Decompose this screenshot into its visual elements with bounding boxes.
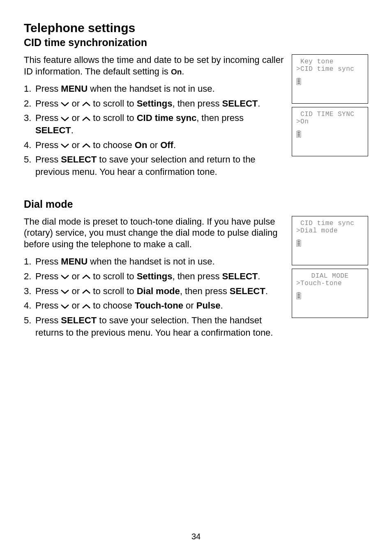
section2-intro: The dial mode is preset to touch-tone di… [24, 216, 284, 250]
lcd-line: CID time sync [296, 220, 364, 227]
lcd-line: >Dial mode [296, 227, 364, 234]
battery-icon [296, 292, 301, 301]
intro-strong: On [171, 67, 182, 76]
step-text: Press [35, 154, 61, 165]
svg-rect-8 [297, 134, 300, 135]
step: Press MENU when the handset is not in us… [24, 83, 284, 95]
step-keyword: Pulse [196, 300, 221, 311]
step-text: or [147, 140, 160, 150]
step-text: Press [35, 256, 61, 267]
page-title: Telephone settings [24, 21, 368, 35]
step-text: when the handset is not in use. [88, 256, 214, 267]
step-text: . [258, 98, 260, 109]
lcd-line: CID TIME SYNC [296, 111, 364, 118]
svg-rect-14 [297, 244, 300, 246]
svg-rect-17 [297, 294, 300, 295]
down-arrow-icon [61, 274, 69, 279]
step-keyword: MENU [61, 256, 88, 267]
down-arrow-icon [61, 143, 69, 148]
lcd-screen: CID TIME SYNC >On [292, 107, 368, 156]
step-text: . [173, 140, 176, 150]
section1-intro: This feature allows the time and date to… [24, 54, 284, 77]
lcd-screen: CID time sync >Dial mode [292, 216, 368, 265]
step-text: . [220, 300, 223, 311]
section1-screens: Key tone >CID time sync CID TIME SYNC >O… [292, 54, 368, 160]
step-text: , then press [172, 271, 222, 281]
step-text: to choose [90, 140, 135, 150]
battery-icon [296, 78, 301, 87]
up-arrow-icon [82, 102, 90, 107]
step: Press MENU when the handset is not in us… [24, 255, 284, 268]
down-arrow-icon [61, 102, 69, 107]
step-text: , then press [172, 98, 222, 109]
step-text: or [69, 140, 82, 150]
section-heading-cid: CID time synchronization [24, 36, 368, 49]
step: Press or to scroll to Dial mode, then pr… [24, 285, 284, 297]
step-text: Press [35, 315, 61, 325]
step-text: Press [35, 84, 61, 94]
step: Press SELECT to save your selection and … [24, 153, 284, 178]
step-text: Press [35, 113, 61, 123]
svg-rect-7 [297, 132, 300, 133]
up-arrow-icon [82, 116, 90, 121]
lcd-line: Key tone [296, 58, 364, 65]
step-text: to scroll to [90, 286, 136, 296]
step-keyword: CID time sync [137, 113, 197, 123]
step-text: or [69, 113, 82, 123]
svg-rect-2 [297, 79, 300, 81]
step-text: or [69, 300, 82, 311]
battery-icon [296, 130, 301, 139]
lcd-line: DIAL MODE [296, 272, 364, 280]
step-text: to scroll to [90, 113, 136, 123]
svg-rect-3 [297, 81, 300, 82]
step-keyword: SELECT [61, 154, 97, 165]
step-text: Press [35, 271, 61, 281]
section2-screens: CID time sync >Dial mode DIAL MODE >Touc… [292, 216, 368, 321]
section2: Dial mode The dial mode is preset to tou… [24, 198, 368, 341]
section1-steps: Press MENU when the handset is not in us… [24, 83, 284, 178]
up-arrow-icon [82, 304, 90, 309]
svg-rect-18 [297, 295, 300, 297]
section-heading-dial: Dial mode [24, 198, 368, 210]
step-keyword: SELECT [222, 98, 258, 109]
lcd-line: >On [296, 118, 364, 125]
up-arrow-icon [82, 143, 90, 148]
step-text: . [265, 286, 268, 296]
svg-rect-4 [297, 83, 300, 84]
intro-text: This feature allows the time and date to… [24, 55, 284, 77]
step-text: . [258, 271, 260, 281]
svg-rect-19 [297, 297, 300, 298]
step-text: , then press [196, 113, 244, 123]
step-text: or [69, 286, 82, 296]
step: Press SELECT to save your selection. The… [24, 314, 284, 339]
step-keyword: Off [160, 140, 173, 150]
step: Press or to choose Touch-tone or Pulse. [24, 299, 284, 312]
section1-text: This feature allows the time and date to… [24, 54, 284, 181]
lcd-screen: DIAL MODE >Touch-tone [292, 269, 368, 318]
step-keyword: Settings [137, 271, 173, 281]
svg-rect-12 [297, 241, 300, 242]
step-text: or [69, 271, 82, 281]
up-arrow-icon [82, 274, 90, 279]
step-text: Press [35, 300, 61, 311]
step-keyword: SELECT [61, 315, 97, 325]
step-text: when the handset is not in use. [88, 84, 214, 94]
down-arrow-icon [61, 116, 69, 121]
step-keyword: Settings [137, 98, 173, 109]
up-arrow-icon [82, 289, 90, 294]
step-text: Press [35, 286, 61, 296]
step-text: Press [35, 98, 61, 109]
section2-content: The dial mode is preset to touch-tone di… [24, 216, 368, 341]
lcd-line: >Touch-tone [296, 280, 364, 287]
down-arrow-icon [61, 289, 69, 294]
step-text: . [71, 125, 74, 135]
step-keyword: Touch-tone [135, 300, 183, 311]
step-keyword: On [135, 140, 148, 150]
step-keyword: SELECT [222, 271, 258, 281]
step-keyword: SELECT [230, 286, 265, 296]
down-arrow-icon [61, 304, 69, 309]
step-keyword: SELECT [35, 125, 71, 135]
section1-content: This feature allows the time and date to… [24, 54, 368, 181]
step-text: to scroll to [90, 98, 136, 109]
step-text: to choose [90, 300, 135, 311]
